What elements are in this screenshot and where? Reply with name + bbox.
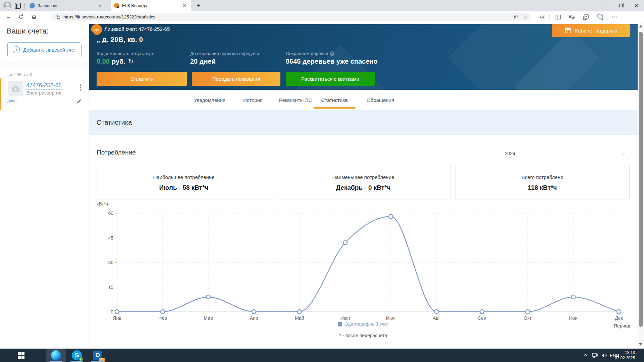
debt-currency[interactable]: руб. — [112, 58, 125, 66]
account-menu-icon[interactable] — [78, 83, 83, 94]
scroll-down-icon[interactable] — [639, 343, 642, 346]
tab-separator — [24, 3, 24, 9]
svg-text:60: 60 — [108, 210, 113, 216]
house-energy-icon — [8, 81, 23, 96]
new-tab-button[interactable]: + — [195, 2, 203, 10]
gifts-cabinet-button[interactable]: Кабинет подарков — [552, 24, 630, 37]
clock[interactable]: 13:13 07.02.2025 — [610, 350, 635, 361]
browser-tab-strip: Заявление ✕ ЕЛК Вологда ✕ + – ✕ — [0, 0, 644, 11]
svg-text:Май: Май — [295, 315, 304, 321]
tab-appeals[interactable]: Обращения — [367, 97, 394, 103]
svg-text:Июл: Июл — [386, 315, 395, 321]
year-value: 2024 — [505, 151, 515, 156]
accounts-sidebar: Ваши счета: + Добавить лицевой счет „ д.… — [0, 22, 89, 349]
svg-text:Сен: Сен — [478, 315, 486, 321]
collections-icon[interactable] — [582, 13, 590, 21]
tab-notifications[interactable]: Уведомления — [194, 97, 225, 103]
chart-footnote: * - после перерасчёта — [95, 333, 632, 338]
home-icon[interactable] — [30, 12, 38, 21]
minimize-button[interactable]: – — [598, 0, 613, 11]
card-value: Июль - 58 кВт*ч — [97, 184, 271, 191]
edit-pencil-icon[interactable] — [76, 98, 82, 106]
svg-text:Апр: Апр — [250, 315, 258, 321]
browser-tab-elk-vologda[interactable]: ЕЛК Вологда ✕ — [111, 0, 191, 11]
back-icon[interactable]: ← — [4, 12, 13, 21]
clock-date: 07.02.2025 — [610, 355, 635, 361]
add-account-label: Добавить лицевой счет — [23, 47, 76, 53]
receipts-button[interactable]: Расквитаться с квитками — [286, 72, 375, 86]
address-bar[interactable]: https://lk.sevesk.ru/accounts/125323/sta… — [52, 13, 531, 21]
period-value: 20 дней — [190, 58, 216, 65]
trees-label: Сохраняем деревья? — [286, 51, 334, 56]
card-title: Наименьшее потребление — [276, 174, 450, 180]
transmit-readings-button[interactable]: Передать показания — [192, 72, 280, 86]
extensions-puzzle-icon[interactable] — [537, 13, 546, 21]
tab-title: ЕЛК Вологда — [122, 3, 181, 8]
sidebar-divider — [0, 62, 89, 68]
period-label: До окончания периода передачи — [190, 51, 259, 56]
refresh-icon[interactable] — [17, 12, 25, 21]
svg-text:Фев: Фев — [158, 315, 167, 321]
question-icon[interactable]: ? — [330, 51, 334, 56]
add-account-button[interactable]: + Добавить лицевой счет — [7, 42, 82, 57]
close-button[interactable]: ✕ — [629, 0, 644, 11]
settings-menu-icon[interactable]: ··· — [610, 13, 619, 21]
svg-text:0: 0 — [111, 309, 113, 314]
tab-close-icon[interactable]: ✕ — [97, 3, 103, 8]
clock-time: 13:13 — [610, 350, 635, 355]
page-content: Ваши счета: + Добавить лицевой счет „ д.… — [0, 22, 638, 349]
pay-button[interactable]: Оплатить — [97, 72, 187, 86]
start-button[interactable] — [18, 352, 25, 359]
taskbar-skype-icon[interactable]: S✓ — [67, 349, 87, 362]
consumption-chart[interactable]: 015304560ЯнвФевМарАпрМайИюнИюлАвгСенОктН… — [95, 208, 632, 333]
account-alias: дача — [7, 99, 16, 103]
plus-circle-icon: + — [13, 46, 20, 53]
favorite-star-icon[interactable]: ☆ — [523, 14, 528, 20]
svg-text:30: 30 — [108, 260, 113, 265]
svg-text:Авг: Авг — [433, 315, 440, 321]
favorites-list-icon[interactable] — [568, 13, 576, 21]
account-type-label: Электроэнергия — [26, 90, 61, 96]
statistics-band: Статистика — [89, 110, 638, 135]
section-title: Статистика — [97, 119, 132, 126]
split-screen-icon[interactable] — [553, 13, 562, 21]
taskbar-edge-icon[interactable] — [46, 349, 66, 362]
tab-history[interactable]: История — [243, 97, 263, 103]
speaker-icon[interactable] — [601, 353, 607, 359]
tab-requisites[interactable]: Реквизиты ЛС — [279, 97, 312, 103]
svg-text:Ноя: Ноя — [569, 315, 577, 321]
debt-amount[interactable]: 0,00 — [97, 58, 110, 66]
tray-chevron-up-icon[interactable] — [583, 353, 588, 359]
browser-tab-zayavlenie[interactable]: Заявление ✕ — [26, 0, 107, 11]
account-number-link[interactable]: 47476-252-65 — [26, 82, 62, 90]
tab-statistics[interactable]: Статистика — [321, 97, 348, 103]
essentials-status-dot — [601, 18, 603, 20]
restore-button[interactable] — [613, 0, 629, 11]
card-title: Наибольшее потребление — [97, 174, 271, 180]
svg-text:45: 45 — [108, 235, 113, 241]
account-number-line: Лицевой счет: 47476-252-65 — [104, 26, 170, 32]
toolbar-divider — [549, 14, 550, 19]
browser-toolbar: ← https://lk.sevesk.ru/accounts/125323/s… — [0, 11, 644, 22]
trees-value: 8645 деревьев уже спасено — [286, 58, 378, 65]
browser-essentials-icon[interactable] — [596, 13, 604, 21]
year-select[interactable]: 2024 — [500, 147, 629, 160]
network-icon[interactable] — [592, 353, 598, 359]
scrollbar-thumb[interactable] — [639, 32, 643, 327]
chevron-down-icon — [621, 151, 626, 155]
svg-text:Окт: Окт — [524, 315, 532, 321]
vertical-scrollbar[interactable] — [638, 22, 644, 349]
profile-avatar-icon[interactable] — [3, 2, 11, 10]
vertical-tabs-icon[interactable] — [15, 3, 21, 9]
tab-close-icon[interactable]: ✕ — [181, 3, 188, 8]
refresh-balance-icon[interactable]: ↻ — [128, 58, 133, 65]
read-aloud-icon[interactable]: A) — [514, 14, 518, 19]
card-value: Декабрь - 0 кВт*ч — [276, 184, 450, 191]
url-text[interactable]: https://lk.sevesk.ru/accounts/125323/sta… — [63, 14, 508, 19]
lock-icon[interactable] — [57, 16, 60, 19]
scroll-up-icon[interactable] — [639, 25, 642, 27]
svg-text:Июн: Июн — [340, 315, 350, 321]
taskbar-outlook-icon[interactable]: O — [88, 349, 107, 362]
chart-legend[interactable]: Однотарифный учет — [95, 321, 632, 327]
sidebar-title: Ваши счета: — [7, 27, 49, 36]
